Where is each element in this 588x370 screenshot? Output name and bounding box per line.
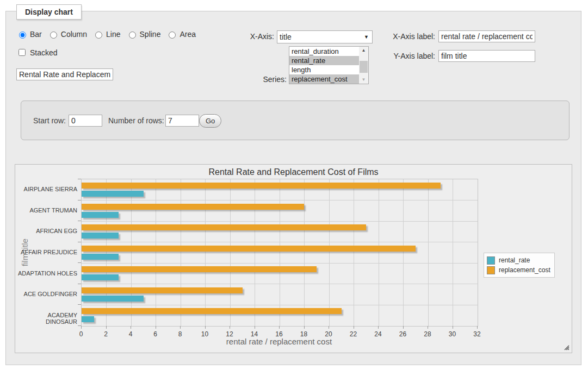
legend-swatch-replacement_cost	[487, 266, 495, 274]
y-tick-mark	[78, 242, 81, 242]
start-row-input[interactable]	[69, 115, 102, 127]
x-axis-select-label: X-Axis:	[228, 32, 274, 41]
gridline	[379, 179, 379, 326]
legend-label: replacement_cost	[499, 266, 550, 274]
chart-type-label: Area	[180, 30, 196, 39]
series-list-label: Series:	[228, 75, 287, 84]
x-tick-mark	[477, 326, 478, 329]
gridline	[304, 179, 305, 326]
y-tick-mark	[78, 304, 81, 305]
gridline	[255, 179, 255, 326]
stacked-checkbox-row: Stacked	[16, 47, 58, 58]
chart-type-radio-group: BarColumnLineSplineArea	[16, 30, 196, 39]
gridline	[82, 221, 478, 222]
gridline	[181, 179, 181, 326]
stacked-label: Stacked	[30, 48, 58, 57]
chart-x-axis-label: rental rate / replacement cost	[81, 337, 477, 346]
x-axis-label-input[interactable]	[438, 30, 535, 42]
gridline	[106, 179, 107, 326]
x-tick-mark	[403, 326, 404, 329]
x-axis-selected-value: title	[280, 33, 364, 41]
bar-replacement_cost	[82, 308, 342, 314]
y-tick-mark	[78, 221, 81, 221]
y-category-label: AFFAIR PREJUDICE	[15, 249, 77, 255]
scroll-thumb[interactable]	[360, 61, 368, 73]
bar-replacement_cost	[82, 266, 317, 272]
gridline	[156, 179, 156, 326]
y-axis-label-input[interactable]	[438, 50, 535, 62]
gridline	[230, 179, 231, 326]
bar-replacement_cost	[82, 204, 304, 210]
x-axis-label-label: X-Axis label:	[386, 32, 435, 41]
y-category-label: AGENT TRUMAN	[15, 207, 77, 214]
chart-plot-area	[81, 179, 478, 327]
legend-label: rental_rate	[499, 256, 530, 264]
x-tick-mark	[131, 326, 131, 329]
stacked-checkbox[interactable]	[18, 49, 26, 56]
legend-swatch-rental_rate	[487, 256, 495, 265]
x-tick-mark	[329, 326, 329, 329]
fieldset-legend: Display chart	[16, 4, 82, 20]
dropdown-arrow-icon: ▼	[364, 34, 370, 40]
chart-title-input[interactable]	[16, 68, 113, 80]
num-rows-input[interactable]	[165, 115, 199, 127]
gridline	[82, 305, 478, 305]
series-option-length[interactable]: length	[289, 65, 359, 74]
gridline	[82, 242, 478, 242]
scroll-down-arrow-icon[interactable]: ▼	[359, 76, 368, 84]
bar-replacement_cost	[82, 246, 416, 252]
chart-type-label: Column	[61, 30, 87, 39]
x-tick-mark	[279, 326, 280, 329]
chart-container: Rental Rate and Replacement Cost of Film…	[15, 164, 572, 353]
series-multiselect[interactable]: ▲ ▼ rental_durationrental_ratelengthrepl…	[289, 46, 369, 84]
y-category-label: ACADEMY DINOSAUR	[15, 312, 77, 325]
y-category-label: AIRPLANE SIERRA	[15, 186, 77, 192]
x-tick-mark	[378, 326, 379, 329]
bar-rental_rate	[82, 274, 119, 280]
start-row-label: Start row:	[33, 116, 66, 125]
x-tick-mark	[453, 326, 453, 329]
chart-type-radio-column[interactable]	[50, 32, 57, 39]
gridline	[280, 179, 280, 326]
resize-handle-icon[interactable]	[563, 344, 570, 350]
series-option-rental_rate[interactable]: rental_rate	[289, 56, 359, 65]
series-scrollbar[interactable]: ▲ ▼	[359, 47, 368, 84]
x-tick-mark	[230, 326, 230, 329]
y-tick-mark	[78, 200, 81, 200]
y-axis-label-label: Y-Axis label:	[386, 52, 435, 60]
bar-replacement_cost	[82, 224, 366, 230]
x-tick-mark	[156, 326, 156, 329]
gridline	[453, 179, 453, 326]
x-axis-select[interactable]: title ▼	[277, 30, 373, 43]
bar-rental_rate	[82, 233, 119, 239]
chart-legend: rental_ratereplacement_cost	[484, 253, 555, 278]
chart-type-radio-line[interactable]	[95, 32, 102, 39]
x-tick-mark	[304, 326, 305, 329]
num-rows-label: Number of rows:	[108, 116, 164, 125]
chart-type-label: Spline	[140, 30, 161, 39]
chart-title: Rental Rate and Replacement Cost of Film…	[15, 167, 572, 177]
scroll-up-arrow-icon[interactable]: ▲	[359, 47, 368, 54]
gridline	[205, 179, 206, 326]
gridline	[403, 179, 404, 326]
bar-rental_rate	[82, 191, 144, 197]
gridline	[82, 263, 478, 264]
gridline	[329, 179, 330, 326]
x-tick-mark	[81, 326, 82, 329]
legend-entry: replacement_cost	[487, 265, 550, 275]
x-tick-mark	[180, 326, 181, 329]
y-tick-mark	[78, 284, 81, 284]
series-option-rental_duration[interactable]: rental_duration	[289, 47, 359, 56]
series-option-replacement_cost[interactable]: replacement_cost	[289, 74, 359, 84]
x-tick-mark	[354, 326, 354, 329]
chart-type-radio-bar[interactable]	[19, 32, 26, 39]
x-tick-mark	[255, 326, 255, 329]
y-category-label: ACE GOLDFINGER	[15, 291, 77, 297]
bar-rental_rate	[82, 212, 119, 218]
chart-type-radio-spline[interactable]	[129, 32, 136, 39]
chart-type-radio-area[interactable]	[169, 32, 176, 39]
gridline	[82, 200, 478, 200]
gridline	[354, 179, 354, 326]
bar-rental_rate	[82, 296, 144, 302]
go-button[interactable]: Go	[199, 114, 221, 128]
